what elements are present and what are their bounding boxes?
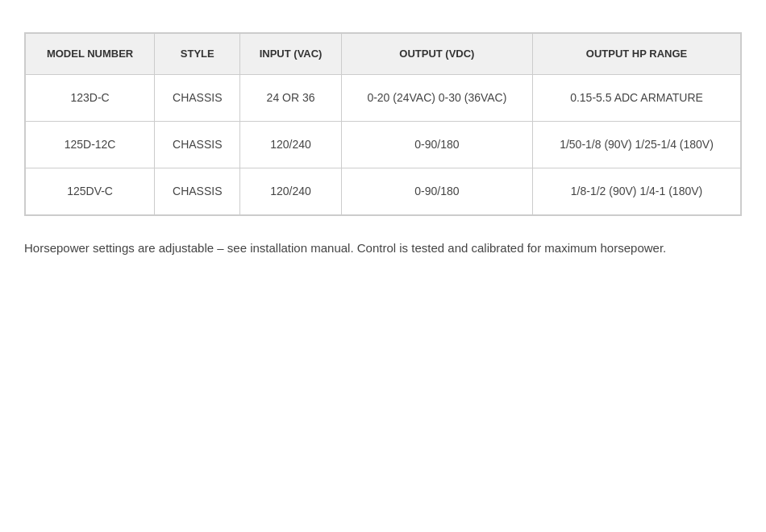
cell-output_vdc: 0-20 (24VAC) 0-30 (36VAC) — [341, 75, 532, 122]
table-header-row: MODEL NUMBER STYLE INPUT (VAC) OUTPUT (V… — [26, 34, 741, 75]
cell-output_hp_range: 0.15-5.5 ADC ARMATURE — [532, 75, 740, 122]
cell-input_vac: 24 OR 36 — [240, 75, 341, 122]
cell-model_number: 125DV-C — [26, 168, 155, 215]
product-table-container: MODEL NUMBER STYLE INPUT (VAC) OUTPUT (V… — [24, 32, 742, 216]
cell-style: CHASSIS — [155, 75, 240, 122]
product-table: MODEL NUMBER STYLE INPUT (VAC) OUTPUT (V… — [25, 33, 741, 215]
cell-style: CHASSIS — [155, 168, 240, 215]
cell-input_vac: 120/240 — [240, 122, 341, 168]
cell-model_number: 125D-12C — [26, 122, 155, 168]
cell-output_hp_range: 1/50-1/8 (90V) 1/25-1/4 (180V) — [532, 122, 740, 168]
col-header-output-vdc: OUTPUT (VDC) — [341, 34, 532, 75]
cell-output_vdc: 0-90/180 — [341, 168, 532, 215]
cell-output_hp_range: 1/8-1/2 (90V) 1/4-1 (180V) — [532, 168, 740, 215]
cell-output_vdc: 0-90/180 — [341, 122, 532, 168]
table-row: 125DV-CCHASSIS120/2400-90/1801/8-1/2 (90… — [26, 168, 741, 215]
col-header-output-hp-range: OUTPUT HP RANGE — [532, 34, 740, 75]
table-row: 123D-CCHASSIS24 OR 360-20 (24VAC) 0-30 (… — [26, 75, 741, 122]
col-header-model-number: MODEL NUMBER — [26, 34, 155, 75]
cell-model_number: 123D-C — [26, 75, 155, 122]
cell-style: CHASSIS — [155, 122, 240, 168]
col-header-style: STYLE — [155, 34, 240, 75]
table-row: 125D-12CCHASSIS120/2400-90/1801/50-1/8 (… — [26, 122, 741, 168]
col-header-input-vac: INPUT (VAC) — [240, 34, 341, 75]
cell-input_vac: 120/240 — [240, 168, 341, 215]
footer-text: Horsepower settings are adjustable – see… — [24, 239, 718, 258]
